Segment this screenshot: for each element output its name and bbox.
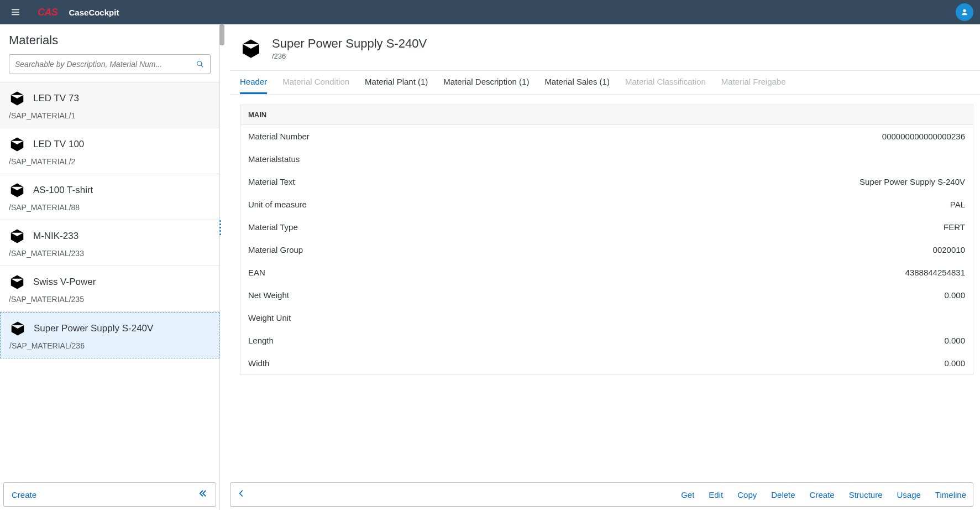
svg-point-0 bbox=[197, 61, 202, 66]
field-row: Material Group0020010 bbox=[240, 238, 973, 261]
menu-button[interactable] bbox=[7, 3, 24, 21]
section-main: MAIN Material Number000000000000000236Ma… bbox=[240, 105, 973, 375]
create-button[interactable]: Create bbox=[12, 490, 36, 499]
field-row: Material TypeFERT bbox=[240, 216, 973, 238]
field-row: Material Number000000000000000236 bbox=[240, 125, 973, 148]
material-path: /SAP_MATERIAL/1 bbox=[9, 111, 211, 120]
material-title: Swiss V-Power bbox=[33, 277, 96, 288]
field-row: EAN4388844254831 bbox=[240, 261, 973, 284]
app-title: CaseCockpit bbox=[69, 8, 119, 17]
field-label: Weight Unit bbox=[248, 313, 291, 322]
material-item[interactable]: M-NIK-233 /SAP_MATERIAL/233 bbox=[0, 220, 219, 266]
detail-footer: GetEditCopyDeleteCreateStructureUsageTim… bbox=[230, 482, 973, 507]
material-path: /SAP_MATERIAL/2 bbox=[9, 157, 211, 166]
field-row: Material TextSuper Power Supply S-240V bbox=[240, 170, 973, 193]
tab-material-classification: Material Classification bbox=[625, 71, 706, 94]
field-row: Width0.000 bbox=[240, 352, 973, 374]
search-box[interactable] bbox=[9, 54, 211, 74]
field-row: Unit of measurePAL bbox=[240, 193, 973, 216]
material-path: /SAP_MATERIAL/233 bbox=[9, 249, 211, 258]
field-label: Materialstatus bbox=[248, 154, 300, 164]
chevron-left-icon bbox=[237, 489, 246, 498]
tab-header[interactable]: Header bbox=[240, 71, 267, 94]
material-title: LED TV 100 bbox=[33, 139, 84, 150]
material-item[interactable]: LED TV 73 /SAP_MATERIAL/1 bbox=[0, 82, 219, 128]
material-icon bbox=[240, 38, 262, 60]
field-label: Material Group bbox=[248, 245, 303, 254]
material-icon bbox=[9, 228, 25, 244]
field-value: PAL bbox=[950, 200, 965, 209]
field-label: Unit of measure bbox=[248, 200, 307, 209]
field-label: Material Type bbox=[248, 222, 298, 232]
material-path: /SAP_MATERIAL/88 bbox=[9, 203, 211, 212]
action-create[interactable]: Create bbox=[810, 490, 835, 499]
field-value: 0.000 bbox=[944, 290, 965, 300]
action-usage[interactable]: Usage bbox=[897, 490, 921, 499]
sidebar-title: Materials bbox=[0, 24, 219, 54]
splitter-handle[interactable] bbox=[219, 218, 221, 237]
user-icon bbox=[960, 8, 969, 17]
material-list: LED TV 73 /SAP_MATERIAL/1 LED TV 100 /SA… bbox=[0, 82, 219, 480]
tab-material-sales[interactable]: Material Sales (1) bbox=[544, 71, 610, 94]
material-path: /SAP_MATERIAL/235 bbox=[9, 295, 211, 304]
material-icon bbox=[9, 136, 25, 153]
material-icon bbox=[9, 274, 25, 290]
detail-title: Super Power Supply S-240V bbox=[272, 37, 427, 51]
field-label: Width bbox=[248, 358, 269, 368]
material-title: LED TV 73 bbox=[33, 93, 79, 104]
chevron-double-left-icon bbox=[198, 488, 208, 498]
field-label: EAN bbox=[248, 268, 265, 277]
material-item[interactable]: AS-100 T-shirt /SAP_MATERIAL/88 bbox=[0, 174, 219, 220]
field-value: FERT bbox=[944, 222, 965, 232]
tab-material-condition: Material Condition bbox=[282, 71, 349, 94]
material-title: M-NIK-233 bbox=[33, 231, 78, 242]
section-header: MAIN bbox=[240, 105, 973, 125]
action-copy[interactable]: Copy bbox=[737, 490, 757, 499]
action-delete[interactable]: Delete bbox=[771, 490, 795, 499]
detail-subtitle: /236 bbox=[272, 52, 427, 60]
action-timeline[interactable]: Timeline bbox=[935, 490, 966, 499]
tab-material-plant[interactable]: Material Plant (1) bbox=[365, 71, 428, 94]
tabs: Header Material Condition Material Plant… bbox=[230, 70, 980, 95]
search-icon[interactable] bbox=[196, 60, 205, 69]
field-row: Length0.000 bbox=[240, 329, 973, 352]
sidebar: Materials LED TV 73 /SAP_MATERIAL/1 LED … bbox=[0, 24, 220, 510]
material-path: /SAP_MATERIAL/236 bbox=[9, 341, 210, 350]
back-button[interactable] bbox=[237, 489, 246, 500]
material-title: Super Power Supply S-240V bbox=[34, 323, 153, 334]
user-avatar[interactable] bbox=[956, 3, 973, 21]
field-value: Super Power Supply S-240V bbox=[860, 177, 965, 186]
search-input[interactable] bbox=[15, 60, 196, 69]
material-icon bbox=[9, 90, 25, 107]
field-label: Material Text bbox=[248, 177, 295, 186]
field-label: Length bbox=[248, 336, 274, 345]
material-icon bbox=[9, 320, 26, 337]
field-value: 0.000 bbox=[944, 358, 965, 368]
material-icon bbox=[9, 182, 25, 199]
topbar: CAS CaseCockpit bbox=[0, 0, 980, 24]
tab-material-description[interactable]: Material Description (1) bbox=[443, 71, 529, 94]
field-value: 000000000000000236 bbox=[882, 132, 965, 141]
tab-material-freigabe: Material Freigabe bbox=[721, 71, 786, 94]
material-item-selected[interactable]: Super Power Supply S-240V /SAP_MATERIAL/… bbox=[0, 312, 219, 358]
field-value: 4388844254831 bbox=[905, 268, 965, 277]
field-row: Net Weight0.000 bbox=[240, 284, 973, 306]
field-label: Net Weight bbox=[248, 290, 289, 300]
field-row: Materialstatus bbox=[240, 148, 973, 170]
field-label: Material Number bbox=[248, 132, 310, 141]
field-row: Weight Unit bbox=[240, 306, 973, 329]
detail-header: Super Power Supply S-240V /236 bbox=[230, 24, 980, 70]
action-structure[interactable]: Structure bbox=[849, 490, 883, 499]
action-edit[interactable]: Edit bbox=[709, 490, 723, 499]
field-value: 0020010 bbox=[933, 245, 965, 254]
material-title: AS-100 T-shirt bbox=[33, 185, 93, 196]
field-value: 0.000 bbox=[944, 336, 965, 345]
brand-logo: CAS bbox=[38, 7, 58, 18]
detail-panel: Super Power Supply S-240V /236 Header Ma… bbox=[220, 24, 980, 510]
material-item[interactable]: LED TV 100 /SAP_MATERIAL/2 bbox=[0, 128, 219, 174]
menu-icon bbox=[11, 7, 20, 17]
material-item[interactable]: Swiss V-Power /SAP_MATERIAL/235 bbox=[0, 266, 219, 312]
collapse-button[interactable] bbox=[198, 488, 208, 501]
sidebar-footer: Create bbox=[3, 482, 216, 507]
action-get[interactable]: Get bbox=[681, 490, 694, 499]
